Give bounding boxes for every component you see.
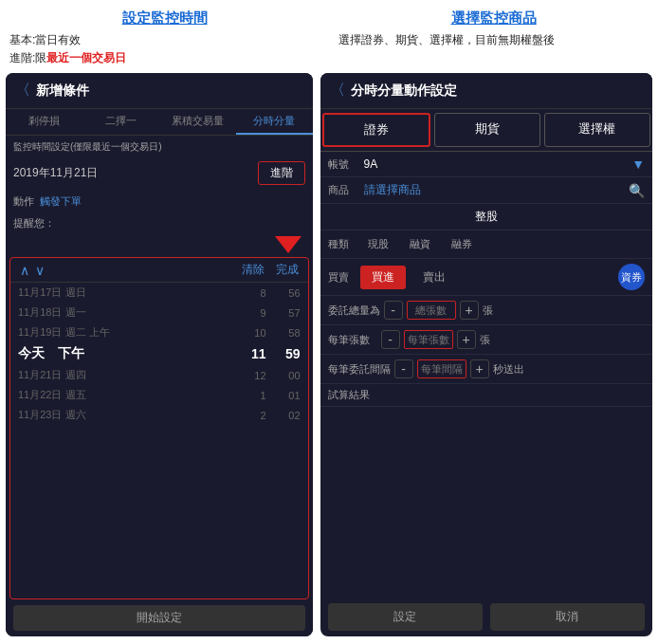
down-arrow-icon bbox=[275, 236, 302, 253]
search-icon[interactable]: 🔍 bbox=[629, 183, 645, 198]
left-panel: 〈 新增條件 剎停損 二擇一 累積交易量 分時分量 監控時間設定(僅限最近一個交… bbox=[6, 73, 313, 636]
picker-row-0[interactable]: 11月17日 週日 8 56 bbox=[10, 283, 308, 303]
picker-arrows: ∧ ∨ bbox=[20, 263, 45, 278]
per-qty-label: 每筆張數 bbox=[328, 333, 377, 347]
desc1: 基本:當日有效 bbox=[9, 33, 81, 46]
date-text: 2019年11月21日 bbox=[13, 165, 98, 181]
tab-futures[interactable]: 期貨 bbox=[434, 113, 540, 147]
right-panel: 〈 分時分量動作設定 證券 期貨 選擇權 帳號 9A ▼ 商品 請選擇商品 🔍 … bbox=[320, 73, 652, 636]
type-rongzi[interactable]: 融資 bbox=[402, 235, 438, 253]
jinjie-button[interactable]: 進階 bbox=[258, 161, 305, 185]
reset-btn-row: 開始設定 bbox=[6, 599, 313, 636]
per-qty-plus-button[interactable]: + bbox=[457, 330, 476, 349]
arrow-down-box bbox=[6, 236, 313, 257]
tab-securities[interactable]: 證券 bbox=[322, 113, 430, 147]
right-back-arrow[interactable]: 〈 bbox=[330, 81, 345, 101]
picker-up-arrow[interactable]: ∧ bbox=[20, 263, 29, 278]
per-qty-row: 每筆張數 - + 張 bbox=[320, 325, 652, 355]
picker-row-2[interactable]: 11月19日 週二 上午 10 58 bbox=[10, 322, 308, 342]
account-value: 9A bbox=[364, 157, 627, 171]
bottom-buttons: 設定 取消 bbox=[320, 598, 652, 636]
picker-row-4[interactable]: 11月21日 週四 12 00 bbox=[10, 365, 308, 385]
total-qty-label: 委託總量為 bbox=[328, 304, 380, 318]
picker-rows: 11月17日 週日 8 56 11月18日 週一 9 57 11月19日 週二 … bbox=[10, 283, 308, 598]
right-tabs: 證券 期貨 選擇權 bbox=[320, 109, 652, 152]
per-qty-minus-button[interactable]: - bbox=[381, 330, 400, 349]
total-qty-minus-button[interactable]: - bbox=[384, 301, 403, 320]
types-label: 種類 bbox=[328, 237, 355, 251]
picker-row-1[interactable]: 11月18日 週一 9 57 bbox=[10, 303, 308, 322]
picker-row-selected[interactable]: 今天 下午 11 59 bbox=[10, 342, 308, 365]
picker-row-5[interactable]: 11月22日 週五 1 01 bbox=[10, 385, 308, 405]
picker-done-button[interactable]: 完成 bbox=[276, 262, 299, 278]
account-row: 帳號 9A ▼ bbox=[320, 152, 652, 177]
interval-row: 每筆委託間隔 - + 秒送出 bbox=[320, 355, 652, 384]
interval-input[interactable] bbox=[417, 359, 466, 378]
left-back-arrow[interactable]: 〈 bbox=[15, 81, 30, 101]
buy-button[interactable]: 買進 bbox=[360, 266, 406, 289]
buy-sell-label: 買賣 bbox=[328, 270, 355, 285]
product-row: 商品 請選擇商品 🔍 bbox=[320, 177, 652, 204]
type-rongjuan[interactable]: 融券 bbox=[444, 235, 480, 253]
picker-clear-button[interactable]: 清除 bbox=[242, 262, 265, 278]
right-panel-title: 分時分量動作設定 bbox=[351, 83, 457, 100]
per-qty-unit: 張 bbox=[480, 333, 490, 347]
buy-sell-row: 買賣 買進 賣出 資券 bbox=[320, 259, 652, 296]
total-qty-row: 委託總量為 - + 張 bbox=[320, 296, 652, 325]
left-tabs: 剎停損 二擇一 累積交易量 分時分量 bbox=[6, 109, 313, 136]
product-placeholder[interactable]: 請選擇商品 bbox=[364, 182, 623, 198]
quan-button[interactable]: 資券 bbox=[618, 264, 645, 290]
left-panel-header: 〈 新增條件 bbox=[6, 73, 313, 109]
interval-label: 每筆委託間隔 bbox=[328, 362, 391, 377]
account-dropdown-icon[interactable]: ▼ bbox=[631, 156, 645, 172]
account-label: 帳號 bbox=[328, 157, 358, 172]
left-section-header: 設定監控時間 基本:當日有效 進階:限最近一個交易日 bbox=[9, 9, 329, 67]
tab-options[interactable]: 選擇權 bbox=[544, 113, 650, 147]
action-value: 觸發下單 bbox=[40, 194, 82, 209]
action-row: 動作 觸發下單 bbox=[6, 191, 313, 212]
types-row: 種類 現股 融資 融券 bbox=[320, 230, 652, 259]
remind-label: 提醒您： bbox=[13, 216, 55, 230]
product-label: 商品 bbox=[328, 183, 358, 197]
tab-cumulative[interactable]: 累積交易量 bbox=[159, 109, 236, 135]
right-title: 選擇監控商品 bbox=[338, 9, 649, 28]
picker-actions: 清除 完成 bbox=[242, 262, 299, 278]
per-qty-input[interactable] bbox=[404, 330, 453, 349]
right-section-header: 選擇監控商品 選擇證券、期貨、選擇權，目前無期權盤後 bbox=[329, 9, 649, 67]
total-qty-plus-button[interactable]: + bbox=[460, 301, 479, 320]
desc2-highlight: 最近一個交易日 bbox=[46, 51, 126, 64]
desc2-prefix: 進階:限 bbox=[9, 51, 46, 64]
remind-row: 提醒您： bbox=[6, 212, 313, 236]
reset-button[interactable]: 開始設定 bbox=[13, 605, 305, 631]
interval-plus-button[interactable]: + bbox=[470, 359, 489, 378]
picker-down-arrow[interactable]: ∨ bbox=[35, 263, 45, 278]
tab-choose-one[interactable]: 二擇一 bbox=[82, 109, 159, 135]
right-desc: 選擇證券、期貨、選擇權，目前無期權盤後 bbox=[338, 31, 649, 49]
sell-button[interactable]: 賣出 bbox=[411, 266, 457, 289]
trade-row: 整股 bbox=[320, 204, 652, 230]
calc-label: 試算結果 bbox=[320, 384, 652, 407]
date-row: 2019年11月21日 進階 bbox=[6, 156, 313, 191]
total-qty-unit: 張 bbox=[483, 304, 493, 318]
monitor-setting-label: 監控時間設定(僅限最近一個交易日) bbox=[6, 136, 313, 156]
set-button[interactable]: 設定 bbox=[328, 603, 483, 631]
picker-row-6[interactable]: 11月23日 週六 2 02 bbox=[10, 405, 308, 425]
action-label: 動作 bbox=[13, 194, 34, 209]
cancel-button[interactable]: 取消 bbox=[490, 603, 645, 631]
type-xianggu[interactable]: 現股 bbox=[360, 235, 396, 253]
picker-box: ∧ ∨ 清除 完成 11月17日 週日 8 56 11月18日 週一 bbox=[9, 257, 309, 599]
right-panel-header: 〈 分時分量動作設定 bbox=[320, 73, 652, 109]
interval-unit: 秒送出 bbox=[493, 362, 524, 377]
tab-timeshare[interactable]: 分時分量 bbox=[236, 109, 313, 135]
picker-toolbar: ∧ ∨ 清除 完成 bbox=[10, 258, 308, 283]
total-qty-input[interactable] bbox=[407, 301, 456, 320]
trade-value: 整股 bbox=[475, 209, 498, 225]
left-title: 設定監控時間 bbox=[9, 9, 320, 28]
tab-stop-loss[interactable]: 剎停損 bbox=[6, 109, 82, 135]
left-panel-title: 新增條件 bbox=[36, 83, 89, 100]
interval-minus-button[interactable]: - bbox=[394, 359, 413, 378]
